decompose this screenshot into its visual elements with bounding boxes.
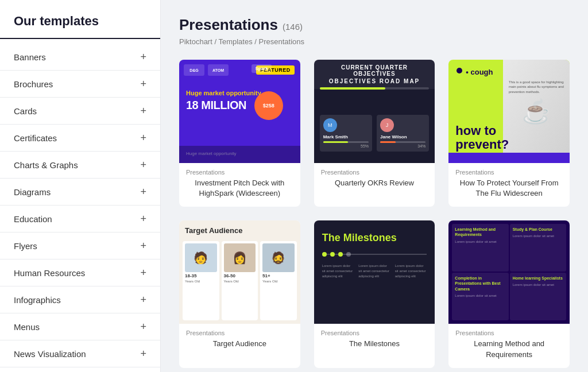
sidebar-item-charts-graphs[interactable]: Charts & Graphs + xyxy=(0,152,160,179)
progress-fill-1 xyxy=(323,141,349,143)
flu-image: ☕ xyxy=(503,60,570,163)
spark-label: Spark xyxy=(252,64,271,73)
pct-1: 55% xyxy=(323,144,369,148)
value-circle: $258 xyxy=(254,91,283,120)
bottom-bar xyxy=(179,146,300,163)
cell-title-1: Learning Method and Requirements xyxy=(455,227,505,237)
milestone-col-2: Lorem ipsum dolor sit amet consectetur a… xyxy=(358,264,390,318)
cell-text-1: Lorem ipsum dolor sit amet xyxy=(455,239,505,244)
template-card-flu[interactable]: ☕ • cough This is a good space for highl… xyxy=(448,60,570,207)
cell-text-3: Lorem ipsum dolor sit amet xyxy=(455,293,505,298)
template-name-2: Quarterly OKRs Review xyxy=(321,178,428,188)
page-title-text: Presentations xyxy=(179,16,278,34)
template-name-1: Investment Pitch Deck with HighSpark (Wi… xyxy=(186,178,293,199)
sidebar-expand-icon-charts-graphs: + xyxy=(140,160,146,170)
template-category-5: Presentations xyxy=(321,330,428,336)
market-label: Huge market opportunity xyxy=(186,90,261,96)
sidebar-item-diagrams[interactable]: Diagrams + xyxy=(0,179,160,206)
sidebar-label-diagrams: Diagrams xyxy=(14,187,51,197)
template-category-4: Presentations xyxy=(186,330,293,336)
sidebar-label-infographics: Infographics xyxy=(14,295,61,305)
progress-bar-2 xyxy=(380,141,425,143)
person-figure-2: 👩 xyxy=(224,243,256,272)
sidebar-label-cards: Cards xyxy=(14,106,37,116)
sidebar-item-human-resources[interactable]: Human Resources + xyxy=(0,259,160,286)
templates-grid: D&G ATOM FEATURED Spark Huge market oppo… xyxy=(179,60,570,368)
sidebar-item-flyers[interactable]: Flyers + xyxy=(0,232,160,259)
sidebar-expand-icon-brochures: + xyxy=(140,79,146,89)
thumb-logos: D&G ATOM xyxy=(184,64,229,76)
sidebar-expand-icon-cards: + xyxy=(140,106,146,116)
audience-person-2: 👩 36-50Years Old xyxy=(222,241,258,320)
sidebar-expand-icon-human-resources: + xyxy=(140,268,146,278)
cell-text-2: Lorem ipsum dolor sit amet xyxy=(513,234,563,238)
sidebar-item-cards[interactable]: Cards + xyxy=(0,98,160,125)
template-thumb-3: ☕ • cough This is a good space for highl… xyxy=(448,60,570,163)
template-category-2: Presentations xyxy=(321,169,428,176)
person-figure-1: 🧑 xyxy=(185,243,217,272)
avatar-mark: M xyxy=(323,118,337,132)
template-info-6: Presentations Learning Method and Requir… xyxy=(448,324,570,367)
template-card-quarterly-okrs[interactable]: CURRENT QUARTER OBJECTIVES OBJECTIVES RO… xyxy=(314,60,435,207)
logo-atom: ATOM xyxy=(208,64,229,76)
flu-title: how toprevent? xyxy=(455,124,509,152)
dot-2 xyxy=(330,252,335,257)
timeline-bar xyxy=(320,87,430,90)
progress-bar-1 xyxy=(323,141,369,143)
learning-grid: Learning Method and Requirements Lorem i… xyxy=(448,220,570,324)
dot-1 xyxy=(322,252,327,257)
template-category-1: Presentations xyxy=(186,169,293,176)
sidebar-expand-icon-infographics: + xyxy=(140,294,146,305)
template-thumb-5: The Milestones Lorem ipsum dolor sit ame… xyxy=(314,220,435,324)
template-card-target-audience[interactable]: Target Audience 🧑 18-35Years Old 👩 36-50… xyxy=(179,220,300,367)
milestones-content: Lorem ipsum dolor sit amet consectetur a… xyxy=(322,264,427,318)
template-card-milestones[interactable]: The Milestones Lorem ipsum dolor sit ame… xyxy=(314,220,435,367)
template-info-1: Presentations Investment Pitch Deck with… xyxy=(179,163,300,207)
sidebar-item-news-visualization[interactable]: News Visualization + xyxy=(0,340,160,367)
template-card-investment-pitch[interactable]: D&G ATOM FEATURED Spark Huge market oppo… xyxy=(179,60,300,207)
page-title: Presentations (146) xyxy=(179,16,570,34)
template-name-3: How To Protect Yourself From The Flu Wid… xyxy=(455,178,563,199)
sidebar-label-brochures: Brochures xyxy=(14,79,53,89)
person-figure-3: 🧔 xyxy=(262,243,295,272)
sidebar-item-menus[interactable]: Menus + xyxy=(0,313,160,340)
okrs-subtitle: CURRENT QUARTER OBJECTIVES xyxy=(320,64,430,77)
template-name-4: Target Audience xyxy=(186,339,293,349)
target-title: Target Audience xyxy=(185,226,242,235)
sidebar-expand-icon-education: + xyxy=(140,214,146,224)
person-card-2: J Jane Wilson 34% xyxy=(377,115,429,152)
cough-label: • cough xyxy=(466,68,493,76)
sidebar-label-flyers: Flyers xyxy=(14,241,37,251)
person-cards: M Mark Smith 55% J Jane Wilson 34% xyxy=(320,115,430,152)
sidebar-item-certificates[interactable]: Certificates + xyxy=(0,125,160,152)
sidebar-expand-icon-news-visualization: + xyxy=(140,348,146,359)
sidebar-item-infographics[interactable]: Infographics + xyxy=(0,286,160,313)
sidebar-label-news-visualization: News Visualization xyxy=(14,349,86,359)
learning-cell-3: Completion in Presentations with Best Ca… xyxy=(452,273,508,320)
milestone-col-1: Lorem ipsum dolor sit amet consectetur a… xyxy=(322,264,354,318)
audience-people: 🧑 18-35Years Old 👩 36-50Years Old 🧔 51+Y… xyxy=(179,238,300,324)
dot-3 xyxy=(338,252,343,257)
sidebar-label-human-resources: Human Resources xyxy=(14,268,85,278)
sidebar-item-brochures[interactable]: Brochures + xyxy=(0,71,160,98)
flu-description: This is a good space for highlighting ma… xyxy=(509,80,567,94)
milestones-dots xyxy=(322,252,351,257)
template-name-6: Learning Method and Requirements xyxy=(455,339,563,359)
sidebar-item-education[interactable]: Education + xyxy=(0,206,160,232)
learning-cell-1: Learning Method and Requirements Lorem i… xyxy=(452,224,508,272)
okrs-header: CURRENT QUARTER OBJECTIVES OBJECTIVES RO… xyxy=(314,60,435,89)
template-info-5: Presentations The Milestones xyxy=(314,324,435,357)
sidebar-label-menus: Menus xyxy=(14,322,40,332)
template-info-2: Presentations Quarterly OKRs Review xyxy=(314,163,435,196)
okrs-roadmap: OBJECTIVES ROAD MAP xyxy=(320,78,430,84)
template-count: (146) xyxy=(283,22,303,32)
sidebar-item-banners[interactable]: Banners + xyxy=(0,44,160,71)
sidebar-label-banners: Banners xyxy=(14,52,46,62)
person-name-2: Jane Wilson xyxy=(380,134,425,140)
sidebar-expand-icon-menus: + xyxy=(140,321,146,332)
sidebar: Our templates Banners + Brochures + Card… xyxy=(0,0,161,372)
template-thumb-1: D&G ATOM FEATURED Spark Huge market oppo… xyxy=(179,60,300,163)
template-card-learning[interactable]: Learning Method and Requirements Lorem i… xyxy=(448,220,570,367)
sidebar-label-certificates: Certificates xyxy=(14,133,57,143)
template-thumb-2: CURRENT QUARTER OBJECTIVES OBJECTIVES RO… xyxy=(314,60,435,163)
